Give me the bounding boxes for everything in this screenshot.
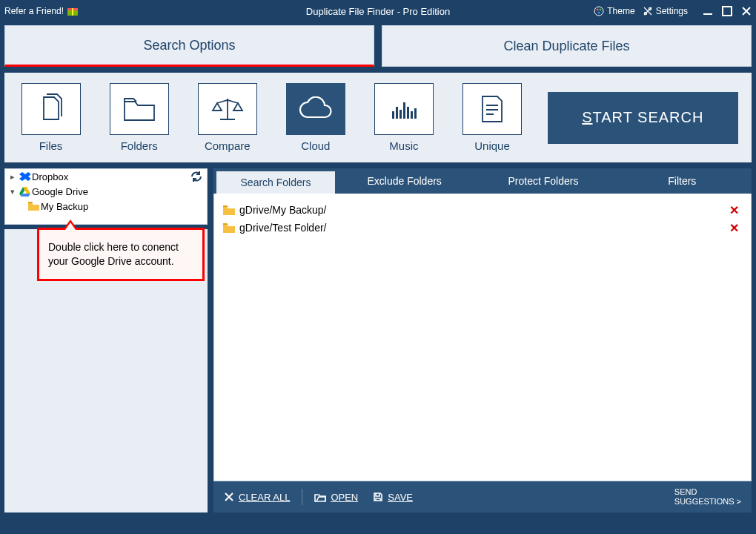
svg-point-4 bbox=[597, 9, 599, 11]
top-tabs: Search Options Clean Duplicate Files bbox=[0, 25, 756, 67]
send-line2: SUGGESTIONS > bbox=[674, 497, 741, 507]
send-line1: SEND bbox=[674, 487, 741, 497]
category-compare[interactable]: Compare bbox=[194, 83, 260, 152]
subtab-label: Search Folders bbox=[241, 177, 311, 188]
tab-label: Search Options bbox=[143, 38, 235, 53]
svg-rect-14 bbox=[403, 102, 405, 119]
category-label: Unique bbox=[474, 139, 510, 152]
tab-clean-duplicates[interactable]: Clean Duplicate Files bbox=[382, 25, 752, 67]
tree-label: Google Drive bbox=[32, 186, 88, 197]
settings-icon bbox=[643, 6, 653, 16]
dropbox-icon bbox=[19, 171, 30, 182]
folder-icon bbox=[27, 200, 39, 212]
cloud-icon bbox=[297, 96, 334, 122]
category-folders[interactable]: Folders bbox=[106, 83, 172, 152]
cloud-tree: ▸ Dropbox ▾ Google Drive My Backup bbox=[4, 168, 208, 225]
svg-point-5 bbox=[600, 9, 602, 11]
clear-all-button[interactable]: CLEAR ALL bbox=[224, 492, 290, 503]
svg-rect-13 bbox=[399, 110, 402, 119]
chevron-right-icon: ▸ bbox=[8, 172, 17, 182]
remove-folder-button[interactable]: ✕ bbox=[729, 221, 742, 235]
palette-icon bbox=[594, 6, 604, 16]
side-panel: ▸ Dropbox ▾ Google Drive My Backup bbox=[4, 168, 208, 512]
send-suggestions-link[interactable]: SEND SUGGESTIONS > bbox=[674, 487, 741, 507]
clear-rest: LEAR ALL bbox=[245, 492, 290, 503]
tree-label: My Backup bbox=[41, 201, 88, 212]
sub-tabs: Search Folders Exclude Folders Protect F… bbox=[213, 168, 752, 194]
maximize-button[interactable] bbox=[722, 6, 732, 16]
subtab-filters[interactable]: Filters bbox=[613, 168, 752, 194]
svg-point-6 bbox=[598, 12, 600, 14]
category-music[interactable]: Music bbox=[371, 83, 437, 152]
save-button[interactable]: SAVE bbox=[373, 492, 413, 503]
category-label: Music bbox=[389, 139, 418, 152]
folder-row[interactable]: gDrive/Test Folder/ ✕ bbox=[223, 219, 742, 237]
theme-label: Theme bbox=[607, 6, 634, 16]
chevron-down-icon: ▾ bbox=[8, 187, 17, 197]
svg-rect-12 bbox=[396, 107, 398, 119]
remove-folder-button[interactable]: ✕ bbox=[729, 203, 742, 217]
theme-button[interactable]: Theme bbox=[594, 6, 634, 16]
svg-rect-17 bbox=[414, 108, 417, 119]
svg-rect-11 bbox=[392, 111, 394, 119]
category-unique[interactable]: Unique bbox=[459, 83, 525, 152]
subtab-search-folders[interactable]: Search Folders bbox=[216, 171, 335, 194]
google-drive-icon bbox=[19, 185, 30, 197]
close-button[interactable] bbox=[741, 6, 752, 16]
start-rest: TART SEARCH bbox=[593, 109, 704, 125]
music-icon bbox=[389, 96, 419, 122]
refer-label: Refer a Friend! bbox=[4, 6, 64, 16]
refresh-icon bbox=[190, 171, 202, 182]
clear-icon bbox=[224, 492, 234, 502]
svg-rect-16 bbox=[411, 111, 413, 119]
tree-label: Dropbox bbox=[32, 171, 68, 182]
subtab-protect-folders[interactable]: Protect Folders bbox=[474, 168, 612, 194]
refresh-button[interactable] bbox=[190, 171, 202, 182]
gift-icon bbox=[67, 6, 79, 16]
subtab-label: Exclude Folders bbox=[367, 175, 441, 187]
settings-label: Settings bbox=[656, 6, 688, 16]
subtab-label: Protect Folders bbox=[508, 175, 579, 187]
minimize-icon bbox=[703, 6, 713, 16]
folder-list: gDrive/My Backup/ ✕ gDrive/Test Folder/ … bbox=[213, 194, 752, 481]
start-accel: S bbox=[582, 109, 592, 125]
category-label: Cloud bbox=[301, 139, 330, 152]
hint-callout: Double click here to conenct your Google… bbox=[37, 228, 205, 281]
titlebar: Refer a Friend! Duplicate File Finder - … bbox=[0, 0, 756, 22]
unique-icon bbox=[480, 93, 505, 125]
files-icon bbox=[36, 93, 66, 125]
start-search-button[interactable]: START SEARCH bbox=[548, 92, 738, 144]
refer-a-friend-link[interactable]: Refer a Friend! bbox=[4, 6, 79, 16]
minimize-button[interactable] bbox=[703, 6, 713, 16]
close-icon: ✕ bbox=[729, 204, 739, 217]
folder-path: gDrive/My Backup/ bbox=[239, 204, 326, 216]
tree-item-gdrive-child[interactable]: My Backup bbox=[5, 199, 207, 214]
open-icon bbox=[314, 492, 326, 502]
settings-button[interactable]: Settings bbox=[643, 6, 688, 16]
folders-icon bbox=[122, 96, 156, 122]
tree-item-dropbox[interactable]: ▸ Dropbox bbox=[5, 169, 207, 184]
svg-rect-10 bbox=[723, 7, 732, 16]
category-cloud[interactable]: Cloud bbox=[282, 83, 348, 152]
category-label: Folders bbox=[121, 139, 158, 152]
open-button[interactable]: OPEN bbox=[314, 492, 358, 503]
main-area: ▸ Dropbox ▾ Google Drive My Backup bbox=[0, 168, 756, 517]
subtab-exclude-folders[interactable]: Exclude Folders bbox=[335, 168, 474, 194]
svg-rect-9 bbox=[703, 13, 712, 15]
divider bbox=[302, 489, 302, 505]
category-files[interactable]: Files bbox=[18, 83, 84, 152]
save-icon bbox=[373, 492, 383, 502]
compare-icon bbox=[210, 96, 245, 122]
save-accel: S bbox=[388, 492, 394, 503]
svg-rect-2 bbox=[72, 8, 73, 16]
tab-search-options[interactable]: Search Options bbox=[4, 25, 374, 67]
callout-text: Double click here to conenct your Google… bbox=[48, 241, 179, 267]
folder-path: gDrive/Test Folder/ bbox=[239, 222, 326, 234]
open-rest: PEN bbox=[339, 492, 359, 503]
tree-item-google-drive[interactable]: ▾ Google Drive bbox=[5, 184, 207, 199]
folder-row[interactable]: gDrive/My Backup/ ✕ bbox=[223, 201, 742, 219]
clear-accel: C bbox=[239, 492, 245, 503]
subtab-label: Filters bbox=[668, 175, 696, 187]
bottom-bar: CLEAR ALL OPEN SAVE SEND SUGGESTIONS > bbox=[213, 481, 752, 512]
right-pane: Search Folders Exclude Folders Protect F… bbox=[213, 168, 752, 512]
